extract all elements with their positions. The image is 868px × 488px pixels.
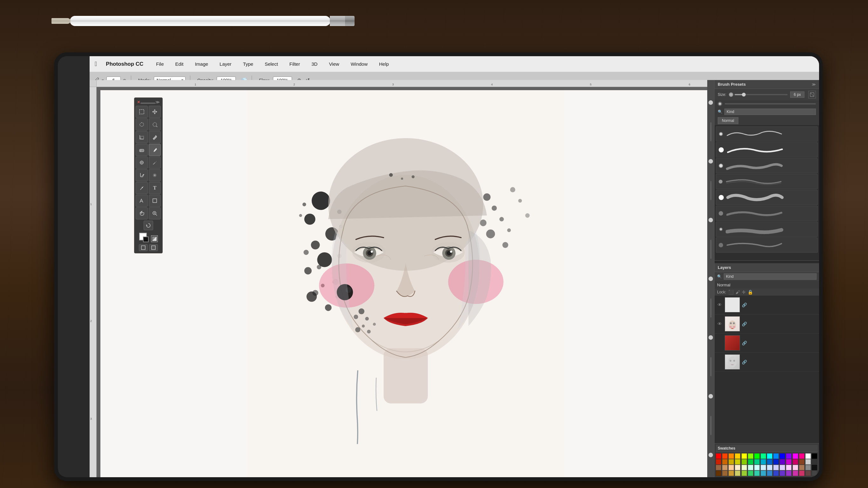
swatch-6[interactable] — [754, 453, 760, 459]
size-slider-thumb[interactable] — [742, 93, 746, 97]
swatch-38[interactable] — [754, 465, 760, 470]
swatch-21[interactable] — [748, 459, 753, 464]
swatch-4[interactable] — [742, 453, 747, 459]
layer-link-1[interactable]: 🔗 — [742, 302, 747, 307]
swatch-40[interactable] — [767, 465, 772, 470]
swatch-24[interactable] — [767, 459, 772, 464]
layer-item-4[interactable]: 👁 🔗 — [715, 353, 819, 372]
path-select-tool[interactable] — [136, 195, 148, 207]
brush-item-8[interactable] — [716, 237, 818, 253]
swatch-46[interactable] — [805, 465, 811, 470]
brush-item-7[interactable] — [716, 222, 818, 237]
paint-bucket-tool[interactable] — [136, 169, 148, 181]
swatch-30[interactable] — [805, 459, 811, 464]
brush-presets-header[interactable]: Brush Presets ≫ — [715, 80, 819, 89]
swatch-54[interactable] — [754, 470, 760, 476]
lock-position-icon[interactable]: ✛ — [742, 290, 746, 295]
swatch-55[interactable] — [761, 470, 766, 476]
swatch-35[interactable] — [735, 465, 740, 470]
shape-tool[interactable] — [149, 195, 161, 207]
opacity-slider-3[interactable] — [709, 218, 713, 222]
layers-header[interactable]: Layers — [715, 263, 819, 272]
swatch-56[interactable] — [767, 470, 772, 476]
swatch-25[interactable] — [773, 459, 779, 464]
opacity-slider-2[interactable] — [709, 159, 713, 164]
opacity-slider-4[interactable] — [709, 276, 713, 281]
menu-file[interactable]: File — [153, 60, 166, 68]
menu-type[interactable]: Type — [241, 60, 256, 68]
layer-item-2[interactable]: 👁 🔗 — [715, 315, 819, 334]
brush-item-5[interactable] — [716, 190, 818, 205]
clone-stamp-tool[interactable] — [136, 157, 148, 169]
menu-image[interactable]: Image — [192, 60, 211, 68]
swatch-15[interactable] — [812, 453, 817, 459]
swatch-16[interactable] — [716, 459, 721, 464]
opacity-slider-1[interactable] — [709, 100, 713, 105]
hand-tool[interactable] — [136, 207, 148, 219]
swatch-34[interactable] — [728, 465, 734, 470]
swatch-7[interactable] — [761, 453, 766, 459]
lock-pixels-icon[interactable]: 🖌 — [736, 290, 740, 295]
kind-select-display[interactable]: Kind — [724, 108, 816, 115]
swatch-60[interactable] — [793, 470, 798, 476]
swatch-32[interactable] — [716, 465, 721, 470]
menu-3d[interactable]: 3D — [309, 60, 320, 68]
lock-transparent-icon[interactable]: ⬛ — [728, 290, 734, 295]
swatch-37[interactable] — [748, 465, 753, 470]
brush-item-6[interactable] — [716, 206, 818, 221]
layers-kind-display[interactable]: Kind — [724, 273, 816, 280]
layer-item-1[interactable]: 👁 🔗 — [715, 296, 819, 315]
quick-select-tool[interactable] — [149, 119, 161, 130]
swatch-1[interactable] — [722, 453, 727, 459]
swatch-13[interactable] — [799, 453, 804, 459]
swatch-53[interactable] — [748, 470, 753, 476]
swatch-20[interactable] — [742, 459, 747, 464]
quick-mask-btn[interactable] — [151, 235, 158, 242]
swatch-63[interactable] — [812, 470, 817, 476]
menu-view[interactable]: View — [326, 60, 342, 68]
swatch-52[interactable] — [742, 470, 747, 476]
layer-link-2[interactable]: 🔗 — [742, 322, 747, 326]
swatch-33[interactable] — [722, 465, 727, 470]
swatch-43[interactable] — [786, 465, 792, 470]
swatch-14[interactable] — [805, 453, 811, 459]
menu-edit[interactable]: Edit — [173, 60, 186, 68]
opacity-slider-7[interactable] — [709, 453, 713, 457]
hardness-slider-track[interactable] — [725, 103, 816, 104]
swatch-42[interactable] — [780, 465, 785, 470]
brush-item-4[interactable] — [716, 174, 818, 189]
swatch-29[interactable] — [799, 459, 804, 464]
layer-link-4[interactable]: 🔗 — [742, 360, 747, 364]
brush-item-1[interactable] — [716, 126, 818, 141]
swatch-45[interactable] — [799, 465, 804, 470]
swatch-48[interactable] — [716, 470, 721, 476]
swatch-47[interactable] — [812, 465, 817, 470]
menu-layer[interactable]: Layer — [217, 60, 234, 68]
blur-tool[interactable] — [149, 169, 161, 181]
swatch-8[interactable] — [767, 453, 772, 459]
swatch-31[interactable] — [812, 459, 817, 464]
layer-eye-1[interactable]: 👁 — [716, 302, 723, 307]
swatch-57[interactable] — [773, 470, 779, 476]
swatch-2[interactable] — [728, 453, 734, 459]
swatch-49[interactable] — [722, 470, 727, 476]
swatch-62[interactable] — [805, 470, 811, 476]
swatch-19[interactable] — [735, 459, 740, 464]
smudge-tool[interactable] — [149, 157, 161, 169]
lock-all-icon[interactable]: 🔒 — [748, 290, 753, 295]
rotate-canvas-btn[interactable] — [144, 221, 153, 230]
menu-help[interactable]: Help — [376, 60, 392, 68]
swatch-22[interactable] — [754, 459, 760, 464]
swatch-28[interactable] — [793, 459, 798, 464]
toolbox-expand-btn[interactable]: ≫ — [155, 100, 160, 104]
eraser-tool[interactable] — [136, 144, 148, 156]
foreground-bg-swatches[interactable] — [139, 233, 149, 242]
layer-link-3[interactable]: 🔗 — [742, 341, 747, 346]
swatch-5[interactable] — [748, 453, 753, 459]
swatch-9[interactable] — [773, 453, 779, 459]
brush-item-3[interactable] — [716, 158, 818, 173]
brush-presets-collapse-btn[interactable]: ≫ — [812, 82, 816, 87]
menu-filter[interactable]: Filter — [287, 60, 303, 68]
swatch-59[interactable] — [786, 470, 792, 476]
swatch-39[interactable] — [761, 465, 766, 470]
